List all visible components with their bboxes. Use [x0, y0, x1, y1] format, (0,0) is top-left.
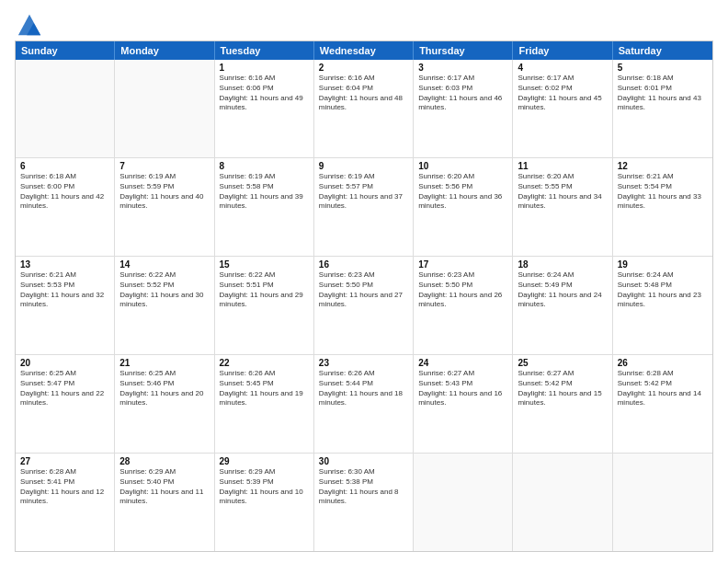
day-cell-21: 21Sunrise: 6:25 AM Sunset: 5:46 PM Dayli… [115, 355, 214, 453]
header-day-saturday: Saturday [613, 41, 712, 60]
day-info: Sunrise: 6:19 AM Sunset: 5:59 PM Dayligh… [119, 172, 209, 212]
day-info: Sunrise: 6:18 AM Sunset: 6:01 PM Dayligh… [618, 74, 708, 113]
day-number: 11 [518, 161, 607, 171]
day-number: 17 [418, 259, 507, 270]
header-day-monday: Monday [115, 41, 214, 60]
day-number: 7 [119, 161, 209, 171]
day-info: Sunrise: 6:29 AM Sunset: 5:39 PM Dayligh… [220, 467, 309, 507]
header-day-tuesday: Tuesday [215, 41, 314, 60]
day-cell-22: 22Sunrise: 6:26 AM Sunset: 5:45 PM Dayli… [215, 355, 314, 453]
day-info: Sunrise: 6:29 AM Sunset: 5:40 PM Dayligh… [119, 467, 209, 507]
day-info: Sunrise: 6:27 AM Sunset: 5:43 PM Dayligh… [418, 369, 507, 408]
day-number: 9 [319, 161, 408, 171]
day-info: Sunrise: 6:21 AM Sunset: 5:53 PM Dayligh… [20, 270, 109, 310]
empty-cell [115, 60, 214, 157]
calendar-body: 1Sunrise: 6:16 AM Sunset: 6:06 PM Daylig… [16, 60, 712, 551]
calendar: SundayMondayTuesdayWednesdayThursdayFrid… [15, 40, 713, 552]
day-number: 19 [618, 259, 708, 270]
day-info: Sunrise: 6:30 AM Sunset: 5:38 PM Dayligh… [319, 467, 408, 507]
day-cell-17: 17Sunrise: 6:23 AM Sunset: 5:50 PM Dayli… [414, 257, 513, 354]
page: SundayMondayTuesdayWednesdayThursdayFrid… [0, 0, 728, 563]
day-info: Sunrise: 6:22 AM Sunset: 5:51 PM Dayligh… [220, 270, 309, 310]
day-info: Sunrise: 6:18 AM Sunset: 6:00 PM Dayligh… [20, 172, 109, 212]
day-number: 4 [518, 63, 607, 73]
day-cell-6: 6Sunrise: 6:18 AM Sunset: 6:00 PM Daylig… [16, 158, 115, 256]
day-cell-14: 14Sunrise: 6:22 AM Sunset: 5:52 PM Dayli… [115, 257, 214, 354]
day-number: 14 [119, 259, 209, 270]
day-info: Sunrise: 6:25 AM Sunset: 5:46 PM Dayligh… [119, 369, 209, 408]
calendar-week-4: 20Sunrise: 6:25 AM Sunset: 5:47 PM Dayli… [16, 354, 712, 453]
calendar-week-1: 1Sunrise: 6:16 AM Sunset: 6:06 PM Daylig… [16, 60, 712, 157]
day-info: Sunrise: 6:17 AM Sunset: 6:02 PM Dayligh… [518, 74, 607, 113]
day-info: Sunrise: 6:20 AM Sunset: 5:56 PM Dayligh… [418, 172, 507, 212]
day-number: 10 [418, 161, 507, 171]
day-number: 1 [220, 63, 309, 73]
day-cell-13: 13Sunrise: 6:21 AM Sunset: 5:53 PM Dayli… [16, 257, 115, 354]
day-number: 15 [220, 259, 309, 270]
day-number: 21 [119, 358, 209, 368]
header-day-thursday: Thursday [414, 41, 513, 60]
day-info: Sunrise: 6:17 AM Sunset: 6:03 PM Dayligh… [418, 74, 507, 113]
day-info: Sunrise: 6:23 AM Sunset: 5:50 PM Dayligh… [319, 270, 408, 310]
day-number: 3 [418, 63, 507, 73]
day-number: 23 [319, 358, 408, 368]
header-day-friday: Friday [513, 41, 612, 60]
day-cell-16: 16Sunrise: 6:23 AM Sunset: 5:50 PM Dayli… [314, 257, 414, 354]
day-cell-10: 10Sunrise: 6:20 AM Sunset: 5:56 PM Dayli… [414, 158, 513, 256]
day-cell-20: 20Sunrise: 6:25 AM Sunset: 5:47 PM Dayli… [16, 355, 115, 453]
day-cell-29: 29Sunrise: 6:29 AM Sunset: 5:39 PM Dayli… [215, 454, 314, 551]
day-number: 16 [319, 259, 408, 270]
calendar-week-3: 13Sunrise: 6:21 AM Sunset: 5:53 PM Dayli… [16, 256, 712, 354]
day-cell-12: 12Sunrise: 6:21 AM Sunset: 5:54 PM Dayli… [613, 158, 712, 256]
day-info: Sunrise: 6:19 AM Sunset: 5:58 PM Dayligh… [220, 172, 309, 212]
empty-cell [414, 454, 513, 551]
day-info: Sunrise: 6:22 AM Sunset: 5:52 PM Dayligh… [119, 270, 209, 310]
day-cell-11: 11Sunrise: 6:20 AM Sunset: 5:55 PM Dayli… [513, 158, 612, 256]
day-cell-30: 30Sunrise: 6:30 AM Sunset: 5:38 PM Dayli… [314, 454, 414, 551]
day-info: Sunrise: 6:21 AM Sunset: 5:54 PM Dayligh… [618, 172, 708, 212]
day-info: Sunrise: 6:16 AM Sunset: 6:06 PM Dayligh… [220, 74, 309, 113]
day-number: 13 [20, 259, 109, 270]
day-number: 20 [20, 358, 109, 368]
day-number: 8 [220, 161, 309, 171]
day-number: 18 [518, 259, 607, 270]
day-number: 26 [618, 358, 708, 368]
day-info: Sunrise: 6:28 AM Sunset: 5:42 PM Dayligh… [618, 369, 708, 408]
day-cell-23: 23Sunrise: 6:26 AM Sunset: 5:44 PM Dayli… [314, 355, 414, 453]
day-cell-5: 5Sunrise: 6:18 AM Sunset: 6:01 PM Daylig… [613, 60, 712, 157]
day-number: 25 [518, 358, 607, 368]
day-number: 6 [20, 161, 109, 171]
day-number: 5 [618, 63, 708, 73]
calendar-week-5: 27Sunrise: 6:28 AM Sunset: 5:41 PM Dayli… [16, 453, 712, 551]
day-cell-1: 1Sunrise: 6:16 AM Sunset: 6:06 PM Daylig… [215, 60, 314, 157]
day-number: 12 [618, 161, 708, 171]
day-cell-28: 28Sunrise: 6:29 AM Sunset: 5:40 PM Dayli… [115, 454, 214, 551]
day-info: Sunrise: 6:24 AM Sunset: 5:48 PM Dayligh… [618, 270, 708, 310]
day-info: Sunrise: 6:26 AM Sunset: 5:44 PM Dayligh… [319, 369, 408, 408]
day-info: Sunrise: 6:27 AM Sunset: 5:42 PM Dayligh… [518, 369, 607, 408]
header-day-sunday: Sunday [16, 41, 115, 60]
day-info: Sunrise: 6:20 AM Sunset: 5:55 PM Dayligh… [518, 172, 607, 212]
day-number: 2 [319, 63, 408, 73]
day-info: Sunrise: 6:19 AM Sunset: 5:57 PM Dayligh… [319, 172, 408, 212]
day-info: Sunrise: 6:28 AM Sunset: 5:41 PM Dayligh… [20, 467, 109, 507]
header [15, 11, 713, 33]
day-info: Sunrise: 6:24 AM Sunset: 5:49 PM Dayligh… [518, 270, 607, 310]
empty-cell [513, 454, 612, 551]
day-cell-27: 27Sunrise: 6:28 AM Sunset: 5:41 PM Dayli… [16, 454, 115, 551]
day-cell-3: 3Sunrise: 6:17 AM Sunset: 6:03 PM Daylig… [414, 60, 513, 157]
day-number: 22 [220, 358, 309, 368]
day-info: Sunrise: 6:26 AM Sunset: 5:45 PM Dayligh… [220, 369, 309, 408]
day-cell-19: 19Sunrise: 6:24 AM Sunset: 5:48 PM Dayli… [613, 257, 712, 354]
empty-cell [16, 60, 115, 157]
day-number: 30 [319, 456, 408, 466]
day-number: 27 [20, 456, 109, 466]
day-cell-4: 4Sunrise: 6:17 AM Sunset: 6:02 PM Daylig… [513, 60, 612, 157]
calendar-header-row: SundayMondayTuesdayWednesdayThursdayFrid… [16, 41, 712, 60]
day-number: 28 [119, 456, 209, 466]
day-number: 29 [220, 456, 309, 466]
logo-icon [17, 11, 42, 37]
day-cell-9: 9Sunrise: 6:19 AM Sunset: 5:57 PM Daylig… [314, 158, 414, 256]
day-cell-2: 2Sunrise: 6:16 AM Sunset: 6:04 PM Daylig… [314, 60, 414, 157]
day-info: Sunrise: 6:25 AM Sunset: 5:47 PM Dayligh… [20, 369, 109, 408]
